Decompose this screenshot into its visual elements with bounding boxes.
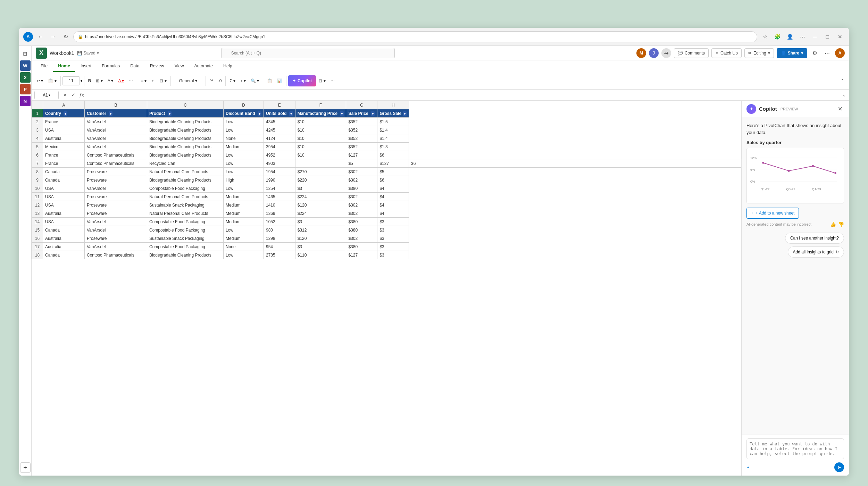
- table-row[interactable]: $10: [295, 143, 346, 151]
- prompt-guide-button[interactable]: ✦: [746, 465, 750, 470]
- row-num-15[interactable]: 15: [32, 226, 43, 234]
- cell-ref-chevron[interactable]: ▾: [49, 93, 50, 97]
- expand-formula-button[interactable]: ⌄: [842, 92, 846, 98]
- table-row[interactable]: $6: [377, 151, 409, 159]
- table-row[interactable]: Canada: [43, 176, 85, 184]
- table-row[interactable]: $3: [295, 184, 346, 193]
- table-row[interactable]: $110: [295, 251, 346, 259]
- table-row[interactable]: Proseware: [85, 193, 147, 201]
- table-row[interactable]: Australia: [43, 134, 85, 143]
- row-num-5[interactable]: 5: [32, 143, 43, 151]
- table-row[interactable]: Australia: [43, 234, 85, 243]
- table-row[interactable]: VanArsdel: [85, 118, 147, 126]
- table-row[interactable]: Biodegradable Cleaning Products: [147, 126, 224, 134]
- decimal-increase-button[interactable]: .0: [216, 75, 224, 87]
- thousands-button[interactable]: %: [208, 75, 216, 87]
- table-row[interactable]: 2785: [264, 251, 295, 259]
- table-row[interactable]: $3: [295, 243, 346, 251]
- table-row[interactable]: $352: [346, 118, 377, 126]
- collapse-ribbon-button[interactable]: ⌃: [838, 75, 846, 87]
- user-avatar-1[interactable]: M: [636, 48, 646, 58]
- font-size-input[interactable]: [62, 76, 80, 85]
- catchup-button[interactable]: ✦ Catch Up: [711, 48, 742, 58]
- table-row[interactable]: Low: [224, 118, 264, 126]
- current-user-avatar[interactable]: A: [835, 48, 845, 58]
- share-button[interactable]: 👤 Share ▾: [777, 48, 807, 58]
- table-row[interactable]: 1369: [264, 209, 295, 218]
- col-header-a[interactable]: A: [43, 101, 85, 109]
- table-row[interactable]: $380: [346, 184, 377, 193]
- table-row[interactable]: Low: [224, 251, 264, 259]
- col-header-e[interactable]: E: [264, 101, 295, 109]
- refresh-button[interactable]: ↻: [61, 32, 70, 42]
- table-row[interactable]: Biodegradable Cleaning Products: [147, 118, 224, 126]
- table-row[interactable]: 1298: [264, 234, 295, 243]
- table-row[interactable]: Canada: [43, 168, 85, 176]
- tab-data[interactable]: Data: [125, 61, 144, 72]
- excel-icon[interactable]: X: [20, 72, 31, 83]
- table-row[interactable]: $224: [295, 209, 346, 218]
- table-row[interactable]: 3954: [264, 143, 295, 151]
- table-row[interactable]: 4952: [264, 151, 295, 159]
- row-num-1[interactable]: 1: [32, 109, 43, 118]
- table-row[interactable]: Low: [224, 151, 264, 159]
- table-row[interactable]: VanArsdel: [85, 226, 147, 234]
- table-row[interactable]: Medium: [224, 193, 264, 201]
- maximize-button[interactable]: □: [823, 32, 832, 42]
- table-row[interactable]: 980: [264, 226, 295, 234]
- table-row[interactable]: $380: [346, 218, 377, 226]
- header-mfg[interactable]: Manufacturing Price ▾: [295, 109, 346, 118]
- see-another-insight-button[interactable]: Can I see another insight?: [785, 233, 844, 244]
- table-row[interactable]: 1465: [264, 193, 295, 201]
- find-button[interactable]: 🔍 ▾: [249, 75, 261, 87]
- align-button[interactable]: ≡ ▾: [139, 75, 149, 87]
- undo-button[interactable]: ↩ ▾: [34, 75, 45, 87]
- row-num-13[interactable]: 13: [32, 209, 43, 218]
- table-row[interactable]: None: [224, 134, 264, 143]
- form-button[interactable]: 📋: [265, 75, 274, 87]
- sum-button[interactable]: Σ ▾: [227, 75, 237, 87]
- table-row[interactable]: $3: [377, 243, 409, 251]
- table-row[interactable]: $302: [346, 168, 377, 176]
- table-row[interactable]: USA: [43, 201, 85, 209]
- more-options-icon[interactable]: ⋯: [823, 48, 832, 58]
- back-button[interactable]: ←: [36, 32, 45, 42]
- row-num-4[interactable]: 4: [32, 134, 43, 143]
- table-row[interactable]: 4903: [264, 159, 295, 168]
- table-row[interactable]: $4: [377, 209, 409, 218]
- table-row[interactable]: $3: [295, 218, 346, 226]
- table-row[interactable]: $10: [295, 126, 346, 134]
- table-row[interactable]: None: [224, 243, 264, 251]
- table-row[interactable]: Sustainable Snack Packaging: [147, 234, 224, 243]
- minimize-button[interactable]: ─: [810, 32, 820, 42]
- table-row[interactable]: 1254: [264, 184, 295, 193]
- table-row[interactable]: Contoso Pharmaceuticals: [85, 251, 147, 259]
- table-row[interactable]: France: [43, 159, 85, 168]
- table-row[interactable]: Canada: [43, 251, 85, 259]
- table-row[interactable]: Natural Personal Care Products: [147, 193, 224, 201]
- col-header-d[interactable]: D: [224, 101, 264, 109]
- table-row[interactable]: USA: [43, 126, 85, 134]
- col-header-f[interactable]: F: [295, 101, 346, 109]
- table-row[interactable]: $3: [377, 218, 409, 226]
- table-row[interactable]: $352: [346, 134, 377, 143]
- extra-users-count[interactable]: +4: [661, 48, 671, 58]
- header-gross[interactable]: Gross Sale▾: [377, 109, 409, 118]
- table-row[interactable]: Australia: [43, 243, 85, 251]
- extension-icon[interactable]: 🧩: [773, 32, 782, 42]
- table-row[interactable]: $5: [377, 168, 409, 176]
- copilot-close-button[interactable]: ✕: [836, 105, 844, 113]
- row-num-3[interactable]: 3: [32, 126, 43, 134]
- row-num-8[interactable]: 8: [32, 168, 43, 176]
- table-row[interactable]: Contoso Pharmaceuticals: [85, 151, 147, 159]
- header-country[interactable]: Country ▾: [43, 109, 85, 118]
- table-row[interactable]: $10: [295, 151, 346, 159]
- user-avatar-2[interactable]: J: [649, 48, 659, 58]
- table-row[interactable]: $380: [346, 243, 377, 251]
- table-row[interactable]: VanArsdel: [85, 243, 147, 251]
- cell-reference-box[interactable]: A1 ▾: [34, 91, 59, 99]
- table-row[interactable]: Natural Personal Care Products: [147, 209, 224, 218]
- thumbs-down-button[interactable]: 👎: [838, 221, 844, 227]
- copilot-text-input[interactable]: [746, 438, 844, 459]
- tab-help[interactable]: Help: [218, 61, 237, 72]
